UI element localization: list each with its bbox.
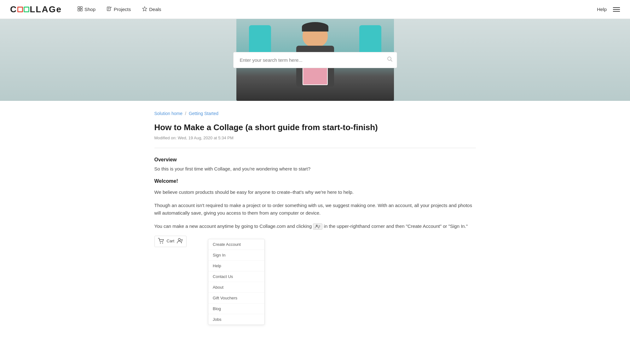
logo-o-red-box [17,7,23,12]
nav-icons-row: Cart [154,236,187,247]
svg-line-8 [111,7,112,8]
logo-text-rest: LLAGe [30,4,62,14]
overview-text: So this is your first time with Collage,… [154,165,476,173]
article-divider [154,148,476,148]
logo-c-letter: C [10,4,17,14]
svg-point-15 [160,242,161,243]
search-icon [387,57,393,63]
logo-o-green-box [24,7,29,12]
dropdown-item-help[interactable]: Help [208,261,264,271]
article-modified: Modified on: Wed, 19 Aug, 2020 at 5:34 P… [154,136,476,140]
svg-rect-3 [80,9,82,11]
article-title: How to Make a Collage (a short guide fro… [154,122,476,133]
nav-projects[interactable]: Projects [102,4,135,15]
dropdown-item-jobs[interactable]: Jobs [208,314,264,325]
nav-deals[interactable]: Deals [138,4,165,15]
account-dropdown: Create Account Sign In Help Contact Us A… [208,239,265,325]
shop-icon [78,6,83,13]
projects-label: Projects [114,7,131,12]
para3-before: You can make a new account anytime by go… [154,223,312,229]
para1: We believe custom products should be eas… [154,188,476,196]
breadcrumb-separator: / [185,111,186,116]
nav-shop[interactable]: Shop [73,4,100,15]
para2: Though an account isn't required to make… [154,202,476,217]
svg-rect-0 [78,7,80,9]
search-button[interactable] [387,56,393,64]
svg-line-10 [390,60,392,61]
welcome-heading: Welcome! [154,178,476,184]
main-nav: Shop Projects Deals [73,4,597,15]
dropdown-item-about[interactable]: About [208,282,264,293]
para3-after: in the upper-righthand corner and then "… [324,223,468,229]
dropdown-item-sign-in[interactable]: Sign In [208,250,264,261]
svg-point-17 [178,238,181,240]
overview-heading: Overview [154,157,476,163]
cart-icon [158,238,164,245]
help-link[interactable]: Help [597,7,607,12]
main-content: Solution home / Getting Started How to M… [142,101,488,344]
svg-point-16 [162,242,163,243]
svg-rect-2 [80,7,82,9]
para3: You can make a new account anytime by go… [154,222,476,230]
cart-label: Cart [167,238,175,245]
menu-icon[interactable] [613,7,620,12]
header: C LLAGe Shop [0,0,630,19]
dropdown-container: Cart Create Account Sign In Help Contact… [154,236,476,325]
person-icon [177,238,183,245]
projects-icon [107,6,112,13]
dropdown-item-blog[interactable]: Blog [208,303,264,314]
search-input[interactable] [233,52,397,68]
dropdown-item-gift-vouchers[interactable]: Gift Vouchers [208,293,264,303]
header-right: Help [597,7,620,12]
shop-label: Shop [84,7,95,12]
search-bar-wrapper [233,52,397,68]
svg-point-11 [316,225,318,227]
svg-rect-1 [78,9,80,11]
deals-icon [142,6,147,13]
breadcrumb-home[interactable]: Solution home [154,111,183,116]
breadcrumb-current[interactable]: Getting Started [189,111,218,116]
account-icon-inline [313,223,322,230]
dropdown-item-contact-us[interactable]: Contact Us [208,271,264,282]
breadcrumb: Solution home / Getting Started [154,111,476,116]
hero-section [0,19,630,101]
deals-label: Deals [149,7,161,12]
dropdown-item-create-account[interactable]: Create Account [208,239,264,250]
logo[interactable]: C LLAGe [10,4,62,14]
